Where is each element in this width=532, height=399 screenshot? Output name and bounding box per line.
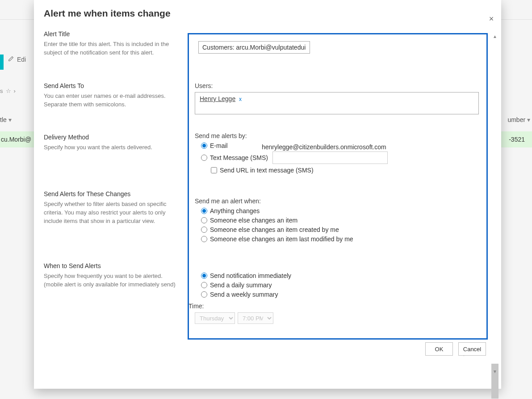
dialog-close-button[interactable]: × [486, 13, 497, 24]
section-delivery: Delivery Method Specify how you want the… [44, 134, 178, 152]
time-row: Time: Thursday 7:00 PM [195, 302, 481, 324]
cancel-button[interactable]: Cancel [458, 342, 486, 356]
section-changes-heading: Send Alerts for These Changes [44, 190, 178, 197]
freq-opt-1-radio[interactable] [201, 282, 207, 288]
delivery-block: Send me alerts by: E-mail henrylegge@cit… [195, 132, 481, 174]
scroll-down-button[interactable]: ▼ [491, 368, 498, 375]
time-selects: Thursday 7:00 PM [195, 312, 481, 324]
background-col-number-text: umber [507, 116, 530, 123]
sms-url-checkbox-row[interactable]: Send URL in text message (SMS) [211, 167, 481, 174]
dialog-footer: OK Cancel [425, 342, 486, 356]
when-opt-3-label: Someone else changes an item last modifi… [210, 235, 353, 243]
background-row-email: cu.Morbi@ [1, 136, 31, 143]
section-when-heading: When to Send Alerts [44, 262, 178, 269]
section-alert-title-desc: Enter the title for this alert. This is … [44, 40, 178, 57]
when-opt-1-radio[interactable] [201, 217, 207, 223]
section-send-to: Send Alerts To You can enter user names … [44, 82, 178, 109]
when-opt-2-radio[interactable] [201, 227, 207, 233]
sms-url-checkbox[interactable] [211, 167, 217, 173]
background-column-number[interactable]: umber [507, 116, 530, 123]
section-when: When to Send Alerts Specify how frequent… [44, 262, 178, 289]
section-alert-title: Alert Title Enter the title for this ale… [44, 30, 178, 57]
pencil-icon [8, 55, 14, 63]
section-send-to-desc: You can enter user names or e-mail addre… [44, 92, 178, 109]
when-opt-0-row[interactable]: Anything changes [201, 207, 481, 214]
section-when-desc: Specify how frequently you want to be al… [44, 272, 178, 289]
freq-opt-2-row[interactable]: Send a weekly summary [201, 291, 481, 298]
frequency-block: Send notification immediately Send a dai… [195, 270, 481, 324]
background-col-title-text: tle [0, 116, 12, 123]
chevron-right-icon: › [14, 88, 16, 94]
freq-opt-0-radio[interactable] [201, 273, 207, 279]
alert-dialog: Alert me when items change × Alert Title… [34, 0, 501, 389]
ok-button[interactable]: OK [425, 342, 453, 356]
close-icon: × [489, 14, 494, 24]
delivery-sms-label: Text Message (SMS) [210, 154, 268, 161]
changes-block: Send me an alert when: Anything changes … [195, 197, 481, 245]
background-column-title[interactable]: tle [0, 116, 12, 123]
when-opt-3-row[interactable]: Someone else changes an item last modifi… [201, 235, 481, 243]
when-opt-2-label: Someone else changes an item created by … [210, 226, 339, 233]
user-token[interactable]: Henry Legge [200, 95, 235, 102]
background-edit-label: Edi [17, 56, 26, 63]
background-star-row: s ☆ › [0, 88, 16, 94]
background-accent-bar [0, 55, 4, 70]
freq-opt-1-row[interactable]: Send a daily summary [201, 281, 481, 289]
send-by-label: Send me alerts by: [195, 132, 481, 139]
when-opt-1-row[interactable]: Someone else changes an item [201, 217, 481, 224]
users-label: Users: [195, 82, 481, 89]
delivery-email-radio[interactable] [201, 143, 207, 149]
section-changes-desc: Specify whether to filter alerts based o… [44, 200, 178, 226]
scroll-up-button[interactable]: ▲ [491, 33, 498, 40]
background-row-phone: -3521 [509, 136, 525, 143]
user-token-remove[interactable]: x [239, 96, 242, 102]
when-opt-0-label: Anything changes [210, 207, 260, 214]
delivery-sms-radio-row[interactable]: Text Message (SMS) [201, 151, 481, 164]
time-hour-select[interactable]: 7:00 PM [238, 312, 273, 324]
freq-opt-0-row[interactable]: Send notification immediately [201, 272, 481, 279]
dialog-body: Alert Title Enter the title for this ale… [44, 33, 493, 375]
section-send-to-heading: Send Alerts To [44, 82, 178, 89]
freq-opt-1-label: Send a daily summary [210, 281, 272, 289]
freq-opt-2-label: Send a weekly summary [210, 291, 278, 298]
freq-opt-2-radio[interactable] [201, 291, 207, 298]
alert-title-input[interactable] [198, 41, 310, 54]
delivery-sms-input[interactable] [272, 151, 388, 164]
background-breadcrumb-fragment: s [0, 88, 3, 94]
users-block: Users: Henry Legge x [195, 82, 481, 114]
section-delivery-heading: Delivery Method [44, 134, 178, 141]
section-delivery-desc: Specify how you want the alerts delivere… [44, 143, 178, 152]
section-alert-title-heading: Alert Title [44, 30, 178, 38]
users-input[interactable]: Henry Legge x [195, 92, 479, 114]
section-changes: Send Alerts for These Changes Specify wh… [44, 190, 178, 226]
dialog-title: Alert me when items change [44, 8, 171, 19]
star-icon: ☆ [6, 88, 11, 94]
when-opt-0-radio[interactable] [201, 208, 207, 214]
time-day-select[interactable]: Thursday [195, 312, 235, 324]
delivery-email-label: E-mail [210, 142, 228, 149]
scrollbar[interactable]: ▲ ▼ [491, 33, 498, 375]
when-opt-1-label: Someone else changes an item [210, 217, 297, 224]
delivery-sms-radio[interactable] [201, 155, 207, 161]
background-edit-button[interactable]: Edi [8, 55, 26, 63]
sms-url-label: Send URL in text message (SMS) [220, 167, 314, 174]
time-label: Time: [189, 302, 481, 310]
freq-opt-0-label: Send notification immediately [210, 272, 291, 279]
dialog-scroll-area: Alert Title Enter the title for this ale… [44, 33, 493, 375]
dialog-left-column: Alert Title Enter the title for this ale… [44, 33, 178, 314]
when-opt-2-row[interactable]: Someone else changes an item created by … [201, 226, 481, 233]
delivery-email-value: henrylegge@citizenbuilders.onmicrosoft.c… [262, 143, 386, 151]
when-opt-3-radio[interactable] [201, 236, 207, 242]
alert-when-label: Send me an alert when: [195, 197, 481, 205]
